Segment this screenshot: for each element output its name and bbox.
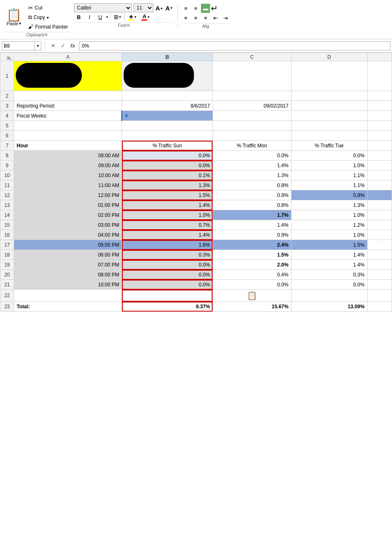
table-cell[interactable]: 03:00 PM [14,220,122,230]
cell-reference-box[interactable]: B8 [2,41,35,50]
table-cell[interactable]: 0.8% [213,180,291,190]
borders-button[interactable]: ⊞ ▾ [112,13,123,21]
table-cell[interactable] [14,121,122,131]
table-cell[interactable]: 1.4% [213,161,291,170]
spreadsheet-container[interactable]: A B C D 123Reporting Period:8/6/201709/0… [0,53,392,312]
table-cell[interactable]: 01:00 PM [14,200,122,210]
table-cell[interactable]: 1.5% [213,250,291,260]
align-right-button[interactable]: ≡ [201,13,210,22]
cut-button[interactable]: ✂ Cut [26,3,70,12]
table-cell[interactable]: 10:00 PM [14,280,122,290]
table-cell[interactable] [14,290,122,302]
table-cell[interactable]: 10:00 AM [14,170,122,180]
clipboard-expand-icon[interactable]: ⧉ [45,33,47,37]
confirm-formula-button[interactable]: ✓ [58,41,67,50]
font-expand-icon[interactable]: ⧉ [127,23,129,28]
font-color-button[interactable]: A ▾ [140,12,151,22]
table-cell[interactable]: 1.3% [122,180,213,190]
table-cell[interactable]: Reporting Period: [14,101,122,111]
table-cell[interactable]: 1.3% [291,200,367,210]
table-cell[interactable]: 1.4% [122,230,213,240]
copy-button[interactable]: ⧉ Copy ▾ [26,13,70,22]
table-cell[interactable]: 9.37% [122,302,213,312]
table-cell[interactable]: 13.09% [291,302,367,312]
bold-button[interactable]: B [74,12,83,22]
table-cell[interactable]: Hour [14,141,122,151]
increase-font-size-button[interactable]: A▲ [155,4,163,12]
table-cell[interactable]: 1.1% [291,170,367,180]
table-cell[interactable]: 11:00 AM [14,180,122,190]
table-cell[interactable] [213,131,291,141]
format-painter-button[interactable]: 🖌 Format Painter [26,22,70,31]
font-color-dropdown-icon[interactable]: ▾ [148,15,150,19]
table-cell[interactable]: 1.5% [291,240,367,250]
table-cell[interactable] [291,131,367,141]
table-cell[interactable]: 1.4% [213,220,291,230]
table-cell[interactable] [213,61,291,91]
table-cell[interactable] [291,61,367,91]
table-cell[interactable]: 0.0% [291,280,367,290]
table-cell[interactable] [122,61,213,91]
table-cell[interactable]: 1.0% [291,210,367,220]
table-cell[interactable]: 0.4% [213,270,291,280]
font-size-select[interactable]: 11 [134,3,153,12]
table-cell[interactable]: 08:00 PM [14,270,122,280]
fill-color-dropdown-icon[interactable]: ▾ [134,15,136,19]
table-cell[interactable]: 1.7% [213,210,291,220]
table-cell[interactable]: 0.7% [122,220,213,230]
table-cell[interactable]: 0.3% [291,270,367,280]
table-cell[interactable] [14,131,122,141]
table-cell[interactable]: 2.4% [213,240,291,250]
table-cell[interactable] [213,121,291,131]
indent-left-button[interactable]: ⇤ [211,13,220,22]
cell-ref-dropdown-button[interactable]: ▾ [35,41,41,50]
col-header-c[interactable]: C [213,53,291,61]
table-cell[interactable]: 0.0% [213,151,291,161]
table-cell[interactable]: 0.3% [122,250,213,260]
table-cell[interactable] [291,91,367,101]
table-cell[interactable]: 09/02/2017 [213,101,291,111]
table-cell[interactable]: 0.0% [122,280,213,290]
table-cell[interactable]: 2.0% [213,260,291,270]
table-cell[interactable] [291,290,367,302]
paste-button[interactable]: 📋 Paste ▾ [3,7,24,27]
table-cell[interactable]: 4 [122,111,213,121]
table-cell[interactable]: 0.8% [291,190,367,200]
table-cell[interactable]: 09:00 AM [14,161,122,170]
table-cell[interactable]: 1.1% [291,180,367,190]
table-cell[interactable]: 12:00 PM [14,190,122,200]
table-cell[interactable]: % Traffic Tue [291,141,367,151]
paste-dropdown-icon[interactable]: ▾ [19,21,21,26]
borders-dropdown-icon[interactable]: ▾ [119,15,121,19]
table-cell[interactable]: 1.6% [122,240,213,250]
table-cell[interactable]: 0.0% [122,270,213,280]
align-fill-button[interactable]: ▬ [201,4,210,13]
table-cell[interactable] [291,111,367,121]
table-cell[interactable]: Fiscal Weeks: [14,111,122,121]
table-cell[interactable] [213,111,291,121]
table-cell[interactable]: 0.0% [291,151,367,161]
insert-function-button[interactable]: fx [68,41,77,50]
table-cell[interactable]: 1.5% [122,190,213,200]
table-cell[interactable]: % Traffic Mon [213,141,291,151]
table-cell[interactable] [122,91,213,101]
indent-right-button[interactable]: ⇥ [221,13,230,22]
table-cell[interactable]: 05:00 PM [14,240,122,250]
col-header-a[interactable]: A [14,53,122,61]
italic-button[interactable]: I [85,12,94,22]
table-cell[interactable]: 1.4% [291,260,367,270]
table-cell[interactable] [291,101,367,111]
table-cell[interactable]: 0.1% [122,170,213,180]
table-cell[interactable] [291,121,367,131]
table-cell[interactable]: 0.0% [122,161,213,170]
table-cell[interactable]: % Traffic Sun [122,141,213,151]
table-cell[interactable]: 1.2% [291,220,367,230]
table-cell[interactable] [14,91,122,101]
table-cell[interactable]: 0.8% [213,200,291,210]
table-cell[interactable]: 1.0% [122,210,213,220]
table-cell[interactable] [122,290,213,302]
font-family-select[interactable]: Calibri [74,3,132,12]
col-header-d[interactable]: D [291,53,367,61]
table-cell[interactable] [213,91,291,101]
table-cell[interactable] [14,61,122,91]
